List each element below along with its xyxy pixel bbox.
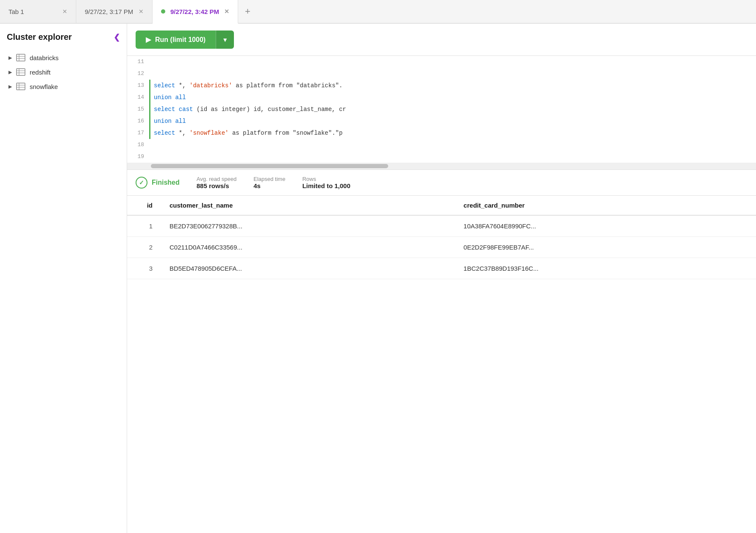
sidebar-redshift-label: redshift bbox=[30, 69, 50, 76]
snowflake-db-icon bbox=[16, 83, 25, 90]
tab-1-close-icon[interactable]: ✕ bbox=[62, 8, 67, 15]
code-line-18: 18 bbox=[127, 139, 756, 151]
tab-3-close-icon[interactable]: ✕ bbox=[224, 8, 229, 15]
tab-3-label: 9/27/22, 3:42 PM bbox=[170, 8, 219, 15]
kw-union-14: union all bbox=[154, 94, 186, 101]
finished-label: Finished bbox=[152, 179, 180, 186]
cell-credit-card-number-0: 10A38FA7604E8990FC... bbox=[455, 215, 756, 237]
table-row: 1BE2D73E0062779328B...10A38FA7604E8990FC… bbox=[127, 215, 756, 237]
sidebar-title: Cluster explorer bbox=[7, 32, 72, 42]
str-snowflake: 'snowflake' bbox=[189, 130, 228, 136]
redshift-db-icon bbox=[16, 68, 25, 76]
text-17-a: *, bbox=[179, 130, 189, 136]
line-content-17: select *, 'snowflake' as platform from "… bbox=[149, 127, 756, 139]
code-editor[interactable]: 11 12 13 select *, 'databricks' as platf… bbox=[127, 56, 756, 170]
avg-speed-stat: Avg. read speed 885 rows/s bbox=[197, 176, 236, 189]
tab-2[interactable]: 9/27/22, 3:17 PM ✕ bbox=[76, 0, 153, 23]
elapsed-label: Elapsed time bbox=[253, 176, 285, 182]
line-num-14: 14 bbox=[127, 92, 149, 103]
add-tab-button[interactable]: + bbox=[238, 0, 257, 23]
elapsed-value: 4s bbox=[253, 182, 285, 189]
sidebar-snowflake-label: snowflake bbox=[30, 83, 58, 90]
svg-rect-0 bbox=[17, 54, 25, 61]
kw-select-13: select bbox=[154, 82, 175, 89]
table-header-row: id customer_last_name credit_card_number bbox=[127, 196, 756, 215]
tab-bar: Tab 1 ✕ 9/27/22, 3:17 PM ✕ 9/27/22, 3:42… bbox=[0, 0, 756, 24]
text-17-from: from bbox=[275, 130, 289, 136]
code-line-13: 13 select *, 'databricks' as platform fr… bbox=[127, 80, 756, 92]
code-line-16: 16 union all bbox=[127, 115, 756, 127]
toolbar: ▶ Run (limit 1000) ▼ bbox=[127, 24, 756, 56]
play-icon: ▶ bbox=[146, 36, 151, 44]
sidebar-collapse-button[interactable]: ❮ bbox=[114, 33, 120, 42]
check-circle-icon: ✓ bbox=[136, 177, 147, 189]
code-lines: 11 12 13 select *, 'databricks' as platf… bbox=[127, 56, 756, 163]
scroll-thumb[interactable] bbox=[151, 164, 388, 168]
text-13-b: as platform bbox=[236, 82, 278, 89]
tab-2-close-icon[interactable]: ✕ bbox=[139, 8, 144, 15]
line-content-13: select *, 'databricks' as platform from … bbox=[149, 80, 756, 92]
line-num-17: 17 bbox=[127, 127, 149, 139]
cell-customer-last-name-0: BE2D73E0062779328B... bbox=[161, 215, 455, 237]
cell-credit-card-number-1: 0E2D2F98FE99EB7AF... bbox=[455, 237, 756, 258]
code-line-11: 11 bbox=[127, 56, 756, 68]
elapsed-stat: Elapsed time 4s bbox=[253, 176, 285, 189]
sidebar: Cluster explorer ❮ ▶ databricks ▶ bbox=[0, 24, 127, 533]
tab-1-label: Tab 1 bbox=[8, 8, 24, 15]
run-button[interactable]: ▶ Run (limit 1000) bbox=[136, 31, 216, 49]
tab-2-label: 9/27/22, 3:17 PM bbox=[85, 8, 133, 15]
str-databricks: 'databricks' bbox=[189, 82, 232, 89]
col-header-id: id bbox=[127, 196, 161, 215]
cell-id-0: 1 bbox=[127, 215, 161, 237]
text-15-b: (id as integer) id, customer_last_name, … bbox=[197, 106, 346, 113]
cell-id-2: 3 bbox=[127, 258, 161, 279]
table-row: 2C0211D0A7466C33569...0E2D2F98FE99EB7AF.… bbox=[127, 237, 756, 258]
run-dropdown-button[interactable]: ▼ bbox=[216, 31, 234, 49]
data-table: id customer_last_name credit_card_number… bbox=[127, 196, 756, 279]
databricks-db-icon bbox=[16, 54, 25, 61]
col-header-customer-last-name: customer_last_name bbox=[161, 196, 455, 215]
text-17-b: as platform bbox=[232, 130, 275, 136]
line-content-14: union all bbox=[149, 92, 756, 103]
sidebar-header: Cluster explorer ❮ bbox=[7, 32, 120, 42]
tab-1[interactable]: Tab 1 ✕ bbox=[0, 0, 76, 23]
content-area: ▶ Run (limit 1000) ▼ 11 12 bbox=[127, 24, 756, 533]
add-tab-icon: + bbox=[245, 6, 250, 17]
line-num-12: 12 bbox=[127, 68, 149, 80]
tab-3[interactable]: 9/27/22, 3:42 PM ✕ bbox=[153, 0, 238, 24]
cell-credit-card-number-2: 1BC2C37B89D193F16C... bbox=[455, 258, 756, 279]
chevron-right-icon: ▶ bbox=[8, 55, 12, 61]
status-bar: ✓ Finished Avg. read speed 885 rows/s El… bbox=[127, 170, 756, 196]
svg-rect-4 bbox=[17, 69, 25, 75]
rows-label: Rows bbox=[302, 176, 350, 182]
main-layout: Cluster explorer ❮ ▶ databricks ▶ bbox=[0, 24, 756, 533]
horizontal-scrollbar[interactable] bbox=[127, 163, 756, 169]
status-finished: ✓ Finished bbox=[136, 177, 180, 189]
run-button-label: Run (limit 1000) bbox=[155, 36, 206, 44]
code-line-17: 17 select *, 'snowflake' as platform fro… bbox=[127, 127, 756, 139]
text-13-a: *, bbox=[179, 82, 189, 89]
kw-select-15: select bbox=[154, 106, 175, 113]
text-13-c: "databricks". bbox=[296, 82, 342, 89]
line-content-16: union all bbox=[149, 115, 756, 127]
run-button-wrapper: ▶ Run (limit 1000) ▼ bbox=[136, 31, 234, 49]
sidebar-item-snowflake[interactable]: ▶ snowflake bbox=[7, 79, 120, 94]
sidebar-item-databricks[interactable]: ▶ databricks bbox=[7, 50, 120, 65]
sidebar-item-redshift[interactable]: ▶ redshift bbox=[7, 65, 120, 79]
rows-value: Limited to 1,000 bbox=[302, 182, 350, 189]
dropdown-chevron-icon: ▼ bbox=[222, 36, 228, 43]
line-num-13: 13 bbox=[127, 80, 149, 92]
line-num-19: 19 bbox=[127, 151, 149, 163]
kw-union-16: union all bbox=[154, 118, 186, 125]
code-line-15: 15 select cast (id as integer) id, custo… bbox=[127, 103, 756, 115]
text-17-c: "snowflake"."p bbox=[293, 130, 343, 136]
svg-rect-8 bbox=[17, 83, 25, 90]
code-line-19: 19 bbox=[127, 151, 756, 163]
avg-speed-label: Avg. read speed bbox=[197, 176, 236, 182]
col-header-credit-card-number: credit_card_number bbox=[455, 196, 756, 215]
tab-3-active-dot bbox=[161, 9, 165, 14]
cell-customer-last-name-1: C0211D0A7466C33569... bbox=[161, 237, 455, 258]
sidebar-databricks-label: databricks bbox=[30, 54, 58, 61]
fn-cast: cast bbox=[179, 106, 193, 113]
avg-speed-value: 885 rows/s bbox=[197, 182, 236, 189]
